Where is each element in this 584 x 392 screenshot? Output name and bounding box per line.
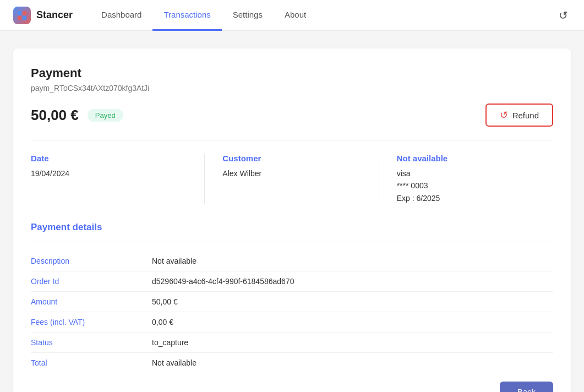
refund-label: Refund [512, 111, 539, 120]
card-brand: visa [397, 167, 540, 179]
svg-rect-3 [23, 16, 26, 20]
date-value: 19/04/2024 [31, 167, 191, 179]
card-number: **** 0003 [397, 179, 540, 192]
detail-row: Fees (incl. VAT) 0,00 € [31, 312, 553, 333]
detail-key: Description [31, 257, 152, 265]
nav-links: Dashboard Transactions Settings About [90, 0, 538, 31]
detail-key: Order Id [31, 277, 152, 286]
nav-transactions[interactable]: Transactions [152, 0, 221, 31]
brand-name: Stancer [36, 9, 73, 21]
nav-dashboard[interactable]: Dashboard [90, 0, 152, 31]
detail-row: Description Not available [31, 251, 553, 271]
detail-row: Total Not available [31, 353, 553, 373]
customer-label: Customer [222, 154, 365, 163]
divider [31, 140, 553, 140]
main-content: Payment paym_RToCSx34tAXtz070kfg3AtJi 50… [0, 31, 584, 392]
detail-row: Order Id d5296049-a4c6-4cf4-990f-6184586… [31, 271, 553, 292]
detail-val: Not available [152, 257, 553, 265]
payment-amount-row: 50,00 € Payed ↺ Refund [31, 104, 553, 127]
card-label: Not available [397, 154, 540, 163]
date-label: Date [31, 154, 191, 163]
card-footer: Back [31, 382, 553, 392]
info-customer-col: Customer Alex Wilber [205, 154, 379, 204]
nav-right: ↺ [555, 8, 571, 23]
info-card-col: Not available visa **** 0003 Exp : 6/202… [379, 154, 553, 204]
payment-title: Payment [31, 66, 553, 80]
amount-value: 50,00 € [31, 107, 79, 124]
refresh-icon[interactable]: ↺ [555, 8, 571, 23]
status-badge: Payed [88, 109, 123, 122]
detail-row: Amount 50,00 € [31, 292, 553, 312]
payment-card: Payment paym_RToCSx34tAXtz070kfg3AtJi 50… [13, 48, 571, 392]
info-date-col: Date 19/04/2024 [31, 154, 205, 204]
payment-id: paym_RToCSx34tAXtz070kfg3AtJi [31, 84, 553, 92]
detail-key: Status [31, 338, 152, 347]
detail-val: 0,00 € [152, 318, 553, 326]
detail-val: to_capture [152, 338, 553, 347]
navbar: Stancer Dashboard Transactions Settings … [0, 0, 584, 31]
info-grid: Date 19/04/2024 Customer Alex Wilber Not… [31, 154, 553, 204]
nav-about[interactable]: About [274, 0, 317, 31]
detail-key: Total [31, 358, 152, 367]
svg-rect-2 [18, 16, 21, 20]
refund-icon: ↺ [500, 109, 508, 121]
svg-rect-1 [23, 11, 26, 15]
nav-settings[interactable]: Settings [222, 0, 274, 31]
brand-icon [13, 7, 31, 24]
detail-key: Fees (incl. VAT) [31, 318, 152, 326]
detail-val: Not available [152, 358, 553, 367]
detail-val: d5296049-a4c6-4cf4-990f-6184586ad670 [152, 277, 553, 286]
payment-details-title: Payment details [31, 222, 553, 233]
detail-row: Status to_capture [31, 333, 553, 353]
card-exp: Exp : 6/2025 [397, 192, 540, 204]
back-button[interactable]: Back [500, 382, 553, 392]
customer-value: Alex Wilber [222, 167, 365, 179]
brand: Stancer [13, 7, 73, 24]
card-exp-value: 6/2025 [416, 194, 440, 203]
refund-button[interactable]: ↺ Refund [485, 104, 553, 127]
detail-val: 50,00 € [152, 297, 553, 306]
card-exp-label: Exp : [397, 194, 414, 203]
details-table: Description Not available Order Id d5296… [31, 242, 553, 373]
payment-amount-left: 50,00 € Payed [31, 107, 123, 124]
detail-key: Amount [31, 297, 152, 306]
svg-rect-0 [18, 11, 21, 15]
